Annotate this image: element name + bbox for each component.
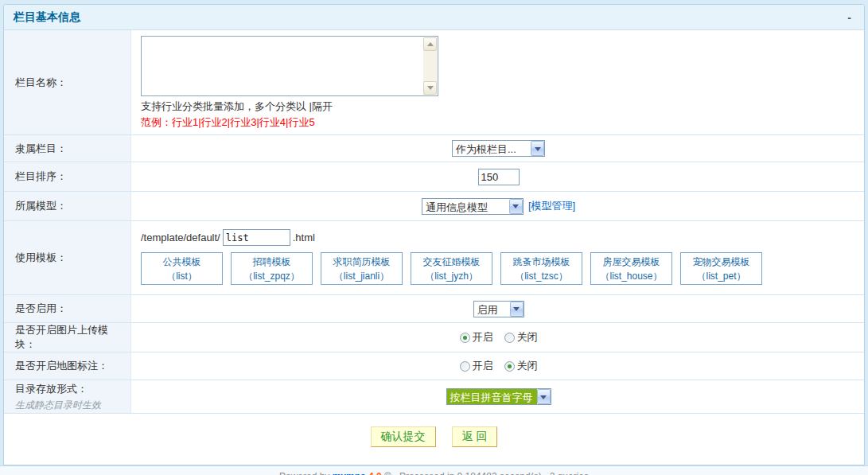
row-enabled: 是否启用： 启用 [4,295,864,323]
radio-unchecked-icon[interactable] [460,361,470,372]
template-file-input[interactable] [223,229,290,246]
column-order-label-cell: 栏目排序： [4,162,131,191]
textarea-scrollbar[interactable] [423,37,437,95]
footer-brand-link[interactable]: mymps [333,471,366,475]
directory-form-note: 生成静态目录时生效 [15,399,126,412]
template-options: 公共模板 （list） 招聘模板 （list_zpqz） 求职简历模板 （lis… [141,252,856,285]
directory-form-select[interactable]: 按栏目拼音首字母 [446,388,551,405]
footer-info: © , Processed in 0.184482 second(s) , 2 … [382,471,589,475]
template-button-fleamarket[interactable]: 跳蚤市场模板 （list_tzsc） [500,252,582,285]
template-label: 使用模板： [15,251,126,265]
parent-column-select[interactable]: 作为根栏目... [452,140,545,157]
radio-checked-icon[interactable] [504,361,515,372]
panel-title: 栏目基本信息 [14,10,80,25]
chevron-down-icon[interactable] [531,141,544,156]
image-upload-off-option[interactable]: 关闭 [504,330,538,345]
map-mark-off-label: 关闭 [517,359,538,373]
image-upload-on-option[interactable]: 开启 [460,330,493,345]
scroll-down-icon[interactable] [423,81,437,95]
footer-version: 4.0 [366,471,382,475]
collapse-icon[interactable]: - [844,12,854,23]
template-button-pet[interactable]: 宠物交易模板 （list_pet） [680,252,762,285]
action-button-row: 确认提交 返 回 [4,414,864,465]
column-name-label-cell: 栏目名称： [4,30,131,134]
directory-form-select-value: 按栏目拼音首字母 [447,389,537,404]
row-column-name: 栏目名称： 支持行业分类批量添加，多个分类以 |隔开 范例：行业1|行业2|行业… [4,30,864,135]
row-template: 使用模板： /template/default/ .html 公共模板 （lis… [4,221,864,295]
footer: Powered by mymps 4.0 © , Processed in 0.… [0,465,868,475]
model-label-cell: 所属模型： [4,192,131,220]
directory-form-label: 目录存放形式： [15,382,126,396]
row-map-mark: 是否开启地图标注： 开启 关闭 [4,352,864,380]
enabled-label-cell: 是否启用： [4,295,131,322]
column-basic-info-panel: 栏目基本信息 - 栏目名称： 支持行业分类批量添加，多个分类以 |隔开 范例：行… [3,4,865,465]
model-label: 所属模型： [15,199,126,213]
scroll-up-icon[interactable] [423,37,437,51]
image-upload-label-cell: 是否开启图片上传模块： [4,323,131,352]
chevron-down-icon[interactable] [509,199,523,214]
image-upload-on-label: 开启 [473,330,493,345]
row-parent-column: 隶属栏目： 作为根栏目... [4,135,864,162]
template-path-prefix: /template/default/ [141,232,220,243]
model-manage-link[interactable]: [模型管理] [528,199,575,213]
map-mark-on-label: 开启 [473,359,493,373]
map-mark-label: 是否开启地图标注： [15,359,126,373]
submit-button[interactable]: 确认提交 [371,426,436,447]
parent-column-select-value: 作为根栏目... [453,141,531,156]
template-button-job[interactable]: 招聘模板 （list_zpqz） [231,252,313,285]
directory-form-label-cell: 目录存放形式： 生成静态目录时生效 [4,380,131,413]
template-label-cell: 使用模板： [4,221,131,294]
radio-unchecked-icon[interactable] [504,333,515,343]
image-upload-label: 是否开启图片上传模块： [15,323,126,352]
row-column-order: 栏目排序： [4,162,864,192]
map-mark-on-option[interactable]: 开启 [460,359,493,373]
column-order-input[interactable] [478,169,520,185]
image-upload-off-label: 关闭 [517,330,538,345]
row-directory-form: 目录存放形式： 生成静态目录时生效 按栏目拼音首字母 [4,380,864,414]
batch-add-hint: 支持行业分类批量添加，多个分类以 |隔开 [141,99,856,114]
template-button-dating[interactable]: 交友征婚模板 （list_jyzh） [411,252,492,285]
parent-column-label-cell: 隶属栏目： [4,135,131,162]
batch-add-example: 范例：行业1|行业2|行业3|行业4|行业5 [141,115,856,130]
template-button-resume[interactable]: 求职简历模板 （list_jianli） [321,252,403,285]
radio-checked-icon[interactable] [460,333,470,343]
template-button-house[interactable]: 房屋交易模板 （list_house） [590,252,672,285]
enabled-select[interactable]: 启用 [473,301,524,317]
row-image-upload: 是否开启图片上传模块： 开启 关闭 [4,323,864,352]
template-button-public[interactable]: 公共模板 （list） [141,252,223,285]
enabled-select-value: 启用 [474,302,510,317]
column-name-textarea[interactable] [141,36,438,96]
chevron-down-icon[interactable] [537,389,551,404]
column-order-label: 栏目排序： [15,169,126,184]
row-model: 所属模型： 通用信息模型 [模型管理] [4,192,864,221]
page-background: 栏目基本信息 - 栏目名称： 支持行业分类批量添加，多个分类以 |隔开 范例：行… [0,0,868,465]
panel-header: 栏目基本信息 - [4,5,864,30]
model-select-value: 通用信息模型 [422,199,509,214]
parent-column-label: 隶属栏目： [15,142,126,156]
chevron-down-icon[interactable] [510,302,524,317]
model-select[interactable]: 通用信息模型 [422,198,524,215]
map-mark-off-option[interactable]: 关闭 [504,359,538,373]
map-mark-label-cell: 是否开启地图标注： [4,352,131,380]
enabled-label: 是否启用： [15,302,126,316]
template-path-suffix: .html [293,232,315,243]
back-button[interactable]: 返 回 [452,426,498,447]
column-name-label: 栏目名称： [15,76,126,90]
footer-powered-by: Powered by [279,471,333,475]
